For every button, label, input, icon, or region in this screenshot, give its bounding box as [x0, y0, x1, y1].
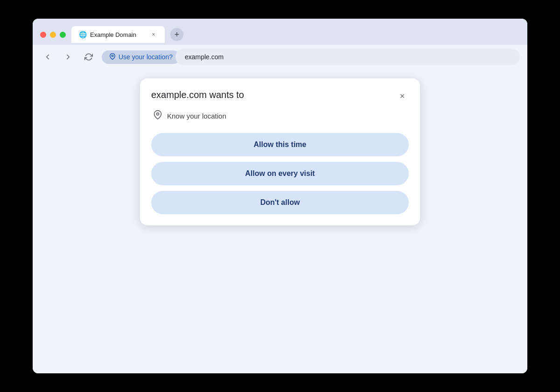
- refresh-icon: [84, 53, 93, 61]
- new-tab-button[interactable]: +: [170, 28, 183, 41]
- address-bar: Use your location? example.com: [102, 49, 520, 65]
- back-button[interactable]: [40, 49, 55, 64]
- maximize-button[interactable]: [60, 32, 66, 38]
- dialog-permission-row: Know your location: [151, 110, 409, 122]
- dialog-title: example.com wants to: [151, 90, 244, 100]
- tab-favicon-icon: 🌐: [79, 31, 86, 38]
- deny-button[interactable]: Don't allow: [151, 191, 409, 214]
- forward-icon: [64, 53, 72, 61]
- svg-point-0: [112, 55, 113, 57]
- dialog-buttons: Allow this time Allow on every visit Don…: [151, 133, 409, 214]
- page-content: example.com wants to × Know your locatio…: [33, 69, 527, 373]
- refresh-button[interactable]: [81, 49, 96, 64]
- location-permission-chip[interactable]: Use your location?: [102, 50, 180, 64]
- forward-button[interactable]: [61, 49, 76, 64]
- title-bar: 🌐 Example Domain × +: [33, 19, 527, 45]
- location-chip-text: Use your location?: [119, 53, 173, 61]
- toolbar: Use your location? example.com: [33, 45, 527, 69]
- permission-dialog: example.com wants to × Know your locatio…: [140, 78, 420, 225]
- tab-close-icon[interactable]: ×: [150, 31, 157, 38]
- allow-once-button[interactable]: Allow this time: [151, 133, 409, 156]
- dialog-close-button[interactable]: ×: [396, 90, 409, 103]
- close-button[interactable]: [40, 32, 46, 38]
- back-icon: [43, 53, 52, 61]
- svg-point-1: [157, 113, 159, 115]
- traffic-lights: [40, 32, 66, 38]
- minimize-button[interactable]: [50, 32, 56, 38]
- permission-label: Know your location: [167, 112, 226, 120]
- allow-always-button[interactable]: Allow on every visit: [151, 162, 409, 185]
- browser-window: 🌐 Example Domain × +: [33, 19, 527, 373]
- location-chip-icon: [109, 53, 116, 61]
- browser-tab[interactable]: 🌐 Example Domain ×: [71, 26, 165, 43]
- dialog-header: example.com wants to ×: [151, 90, 409, 103]
- url-display[interactable]: example.com: [175, 49, 520, 65]
- tab-title: Example Domain: [90, 31, 146, 38]
- permission-location-icon: [153, 110, 162, 122]
